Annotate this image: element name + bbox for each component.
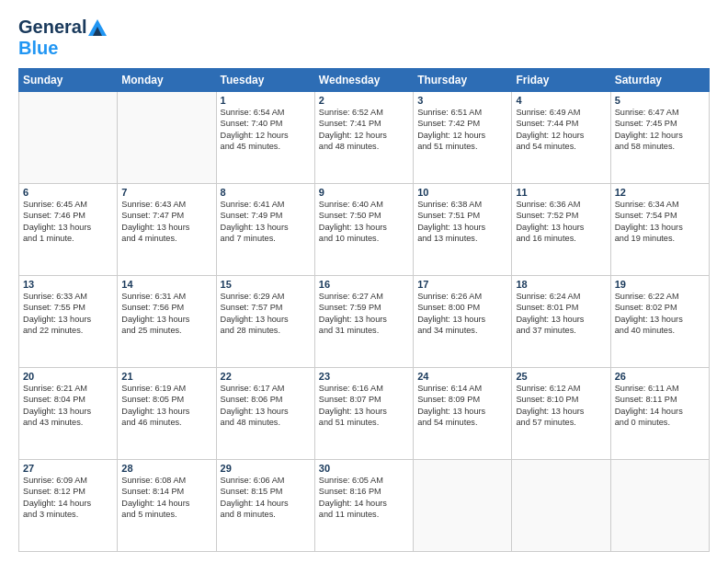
calendar-cell: [414, 460, 512, 552]
calendar-cell: 12Sunrise: 6:34 AM Sunset: 7:54 PM Dayli…: [610, 184, 709, 276]
day-number: 21: [121, 371, 211, 382]
day-info: Sunrise: 6:52 AM Sunset: 7:41 PM Dayligh…: [319, 107, 409, 153]
header: General Blue: [18, 17, 710, 59]
day-info: Sunrise: 6:06 AM Sunset: 8:15 PM Dayligh…: [221, 475, 311, 521]
calendar-cell: 1Sunrise: 6:54 AM Sunset: 7:40 PM Daylig…: [216, 92, 314, 184]
day-info: Sunrise: 6:38 AM Sunset: 7:51 PM Dayligh…: [417, 199, 507, 245]
calendar-week-row: 1Sunrise: 6:54 AM Sunset: 7:40 PM Daylig…: [19, 92, 710, 184]
day-number: 3: [417, 95, 507, 106]
calendar-cell: [19, 92, 118, 184]
day-info: Sunrise: 6:17 AM Sunset: 8:06 PM Dayligh…: [221, 383, 311, 429]
calendar-cell: 6Sunrise: 6:45 AM Sunset: 7:46 PM Daylig…: [19, 184, 118, 276]
calendar-cell: 2Sunrise: 6:52 AM Sunset: 7:41 PM Daylig…: [314, 92, 413, 184]
day-number: 18: [516, 279, 606, 290]
calendar-cell: 7Sunrise: 6:43 AM Sunset: 7:47 PM Daylig…: [118, 184, 216, 276]
calendar-cell: [118, 92, 216, 184]
day-info: Sunrise: 6:31 AM Sunset: 7:56 PM Dayligh…: [121, 291, 211, 337]
calendar-cell: 25Sunrise: 6:12 AM Sunset: 8:10 PM Dayli…: [512, 368, 610, 460]
day-number: 14: [121, 279, 211, 290]
calendar-cell: 14Sunrise: 6:31 AM Sunset: 7:56 PM Dayli…: [118, 276, 216, 368]
calendar-day-header: Monday: [118, 69, 216, 92]
calendar-cell: [610, 460, 709, 552]
day-number: 27: [23, 463, 113, 474]
day-number: 8: [221, 187, 311, 198]
calendar-cell: 28Sunrise: 6:08 AM Sunset: 8:14 PM Dayli…: [118, 460, 216, 552]
calendar-cell: 9Sunrise: 6:40 AM Sunset: 7:50 PM Daylig…: [314, 184, 413, 276]
calendar-cell: 21Sunrise: 6:19 AM Sunset: 8:05 PM Dayli…: [118, 368, 216, 460]
calendar-cell: 13Sunrise: 6:33 AM Sunset: 7:55 PM Dayli…: [19, 276, 118, 368]
day-info: Sunrise: 6:16 AM Sunset: 8:07 PM Dayligh…: [319, 383, 409, 429]
calendar-cell: 19Sunrise: 6:22 AM Sunset: 8:02 PM Dayli…: [610, 276, 709, 368]
calendar-cell: 22Sunrise: 6:17 AM Sunset: 8:06 PM Dayli…: [216, 368, 314, 460]
calendar-day-header: Wednesday: [314, 69, 413, 92]
day-info: Sunrise: 6:43 AM Sunset: 7:47 PM Dayligh…: [121, 199, 211, 245]
day-number: 4: [516, 95, 606, 106]
day-number: 6: [23, 187, 113, 198]
day-info: Sunrise: 6:21 AM Sunset: 8:04 PM Dayligh…: [23, 383, 113, 429]
day-number: 19: [615, 279, 705, 290]
day-info: Sunrise: 6:41 AM Sunset: 7:49 PM Dayligh…: [221, 199, 311, 245]
day-number: 23: [319, 371, 409, 382]
calendar-day-header: Saturday: [610, 69, 709, 92]
day-number: 13: [23, 279, 113, 290]
calendar-cell: 29Sunrise: 6:06 AM Sunset: 8:15 PM Dayli…: [216, 460, 314, 552]
page: General Blue SundayMondayTuesdayWednesda…: [0, 0, 728, 563]
day-number: 12: [615, 187, 705, 198]
day-number: 30: [319, 463, 409, 474]
calendar-cell: 16Sunrise: 6:27 AM Sunset: 7:59 PM Dayli…: [314, 276, 413, 368]
day-number: 24: [417, 371, 507, 382]
calendar-cell: 10Sunrise: 6:38 AM Sunset: 7:51 PM Dayli…: [414, 184, 512, 276]
day-number: 10: [417, 187, 507, 198]
day-number: 11: [516, 187, 606, 198]
day-info: Sunrise: 6:11 AM Sunset: 8:11 PM Dayligh…: [615, 383, 705, 429]
calendar-cell: 15Sunrise: 6:29 AM Sunset: 7:57 PM Dayli…: [216, 276, 314, 368]
day-info: Sunrise: 6:54 AM Sunset: 7:40 PM Dayligh…: [221, 107, 311, 153]
day-number: 2: [319, 95, 409, 106]
day-info: Sunrise: 6:26 AM Sunset: 8:00 PM Dayligh…: [417, 291, 507, 337]
day-info: Sunrise: 6:33 AM Sunset: 7:55 PM Dayligh…: [23, 291, 113, 337]
day-number: 15: [221, 279, 311, 290]
day-info: Sunrise: 6:14 AM Sunset: 8:09 PM Dayligh…: [417, 383, 507, 429]
logo: General Blue: [18, 17, 107, 59]
day-info: Sunrise: 6:49 AM Sunset: 7:44 PM Dayligh…: [516, 107, 606, 153]
calendar-week-row: 6Sunrise: 6:45 AM Sunset: 7:46 PM Daylig…: [19, 184, 710, 276]
calendar-day-header: Tuesday: [216, 69, 314, 92]
calendar-cell: 27Sunrise: 6:09 AM Sunset: 8:12 PM Dayli…: [19, 460, 118, 552]
day-info: Sunrise: 6:27 AM Sunset: 7:59 PM Dayligh…: [319, 291, 409, 337]
calendar-cell: 8Sunrise: 6:41 AM Sunset: 7:49 PM Daylig…: [216, 184, 314, 276]
day-info: Sunrise: 6:45 AM Sunset: 7:46 PM Dayligh…: [23, 199, 113, 245]
day-info: Sunrise: 6:36 AM Sunset: 7:52 PM Dayligh…: [516, 199, 606, 245]
day-info: Sunrise: 6:22 AM Sunset: 8:02 PM Dayligh…: [615, 291, 705, 337]
calendar-cell: 26Sunrise: 6:11 AM Sunset: 8:11 PM Dayli…: [610, 368, 709, 460]
day-number: 16: [319, 279, 409, 290]
day-number: 1: [221, 95, 311, 106]
day-info: Sunrise: 6:34 AM Sunset: 7:54 PM Dayligh…: [615, 199, 705, 245]
day-number: 5: [615, 95, 705, 106]
day-info: Sunrise: 6:05 AM Sunset: 8:16 PM Dayligh…: [319, 475, 409, 521]
calendar-cell: 11Sunrise: 6:36 AM Sunset: 7:52 PM Dayli…: [512, 184, 610, 276]
day-info: Sunrise: 6:12 AM Sunset: 8:10 PM Dayligh…: [516, 383, 606, 429]
calendar-cell: 5Sunrise: 6:47 AM Sunset: 7:45 PM Daylig…: [610, 92, 709, 184]
day-info: Sunrise: 6:24 AM Sunset: 8:01 PM Dayligh…: [516, 291, 606, 337]
calendar-cell: 24Sunrise: 6:14 AM Sunset: 8:09 PM Dayli…: [414, 368, 512, 460]
day-number: 9: [319, 187, 409, 198]
calendar-header-row: SundayMondayTuesdayWednesdayThursdayFrid…: [19, 69, 710, 92]
logo-blue: Blue: [18, 38, 58, 58]
logo-icon: [88, 19, 107, 36]
day-number: 20: [23, 371, 113, 382]
day-number: 17: [417, 279, 507, 290]
day-info: Sunrise: 6:51 AM Sunset: 7:42 PM Dayligh…: [417, 107, 507, 153]
day-info: Sunrise: 6:29 AM Sunset: 7:57 PM Dayligh…: [221, 291, 311, 337]
calendar-cell: 20Sunrise: 6:21 AM Sunset: 8:04 PM Dayli…: [19, 368, 118, 460]
day-number: 22: [221, 371, 311, 382]
calendar-week-row: 13Sunrise: 6:33 AM Sunset: 7:55 PM Dayli…: [19, 276, 710, 368]
day-info: Sunrise: 6:08 AM Sunset: 8:14 PM Dayligh…: [121, 475, 211, 521]
day-info: Sunrise: 6:09 AM Sunset: 8:12 PM Dayligh…: [23, 475, 113, 521]
day-info: Sunrise: 6:40 AM Sunset: 7:50 PM Dayligh…: [319, 199, 409, 245]
calendar-week-row: 20Sunrise: 6:21 AM Sunset: 8:04 PM Dayli…: [19, 368, 710, 460]
calendar-day-header: Friday: [512, 69, 610, 92]
calendar-cell: 4Sunrise: 6:49 AM Sunset: 7:44 PM Daylig…: [512, 92, 610, 184]
calendar-cell: 23Sunrise: 6:16 AM Sunset: 8:07 PM Dayli…: [314, 368, 413, 460]
day-number: 7: [121, 187, 211, 198]
calendar-day-header: Sunday: [19, 69, 118, 92]
